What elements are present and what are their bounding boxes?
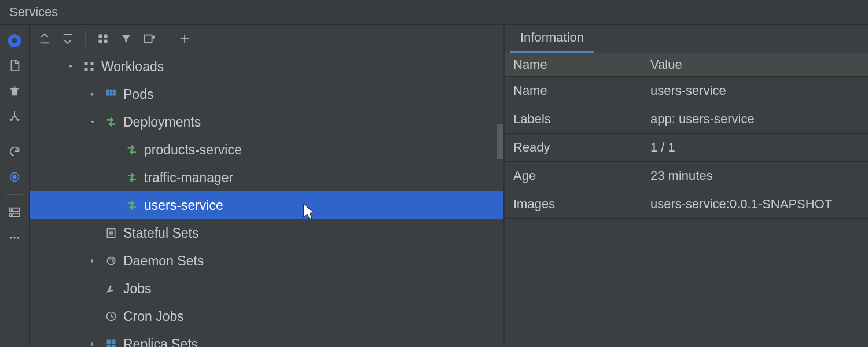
tree-node-jobs[interactable]: Jobs xyxy=(30,275,503,302)
svg-point-1 xyxy=(12,38,17,43)
svg-rect-29 xyxy=(106,93,109,96)
tree-label: Workloads xyxy=(99,59,164,75)
daemon-sets-icon xyxy=(101,255,121,267)
svg-point-10 xyxy=(17,237,20,239)
tree-node-workloads[interactable]: Workloads xyxy=(30,53,503,80)
workloads-icon xyxy=(79,61,99,72)
tree-node-deployments[interactable]: Deployments xyxy=(30,108,503,136)
refresh-icon[interactable] xyxy=(4,141,25,162)
svg-rect-38 xyxy=(107,340,111,344)
collapse-all-button[interactable] xyxy=(57,28,78,49)
add-service-button[interactable] xyxy=(174,28,195,49)
table-row[interactable]: Images users-service:0.0.1-SNAPSHOT xyxy=(505,190,868,219)
cell-name: Age xyxy=(505,162,642,190)
expand-all-button[interactable] xyxy=(34,28,55,49)
table-row[interactable]: Labels app: users-service xyxy=(505,105,868,134)
tree-label: Pods xyxy=(121,87,153,102)
panel-title-bar: Services xyxy=(0,0,868,25)
svg-point-6 xyxy=(12,209,13,211)
cell-name: Labels xyxy=(505,105,642,133)
more-icon[interactable] xyxy=(4,227,25,248)
cell-name: Images xyxy=(505,190,642,218)
tree-node-daemon-sets[interactable]: Daemon Sets xyxy=(30,247,503,275)
svg-rect-26 xyxy=(106,90,109,93)
info-pane: Information Name Value Name users-servic… xyxy=(505,25,868,347)
svg-point-8 xyxy=(10,237,12,239)
open-new-tab-button[interactable] xyxy=(139,28,160,49)
tab-information[interactable]: Information xyxy=(510,25,594,53)
svg-rect-31 xyxy=(113,93,116,96)
table-header-row: Name Value xyxy=(505,53,868,77)
cell-value: 1 / 1 xyxy=(642,134,868,161)
column-header-value[interactable]: Value xyxy=(642,53,868,76)
svg-rect-13 xyxy=(99,35,102,38)
tree: Workloads Pods xyxy=(30,53,503,347)
tree-label: products-service xyxy=(142,142,242,158)
svg-rect-22 xyxy=(85,62,88,65)
tree-label: Daemon Sets xyxy=(121,253,204,269)
tree-node-replica-sets[interactable]: Replica Sets xyxy=(30,330,503,347)
tree-label: Cron Jobs xyxy=(121,309,184,324)
svg-rect-23 xyxy=(91,62,94,65)
deployment-icon xyxy=(122,199,142,212)
cell-value: 23 minutes xyxy=(642,162,868,190)
info-table: Name Value Name users-service Labels app… xyxy=(505,53,868,219)
tree-node-products-service[interactable]: products-service xyxy=(30,136,503,164)
cell-name: Name xyxy=(505,77,642,105)
table-row[interactable]: Name users-service xyxy=(505,77,868,105)
cron-jobs-icon xyxy=(101,311,121,322)
svg-point-36 xyxy=(107,257,115,264)
svg-rect-41 xyxy=(112,345,116,347)
tree-toolbar xyxy=(30,25,503,53)
pods-icon xyxy=(101,88,121,100)
cell-value: users-service xyxy=(642,77,868,105)
filter-button[interactable] xyxy=(116,28,137,49)
deployment-icon xyxy=(101,116,121,128)
cell-value: app: users-service xyxy=(642,105,868,133)
panel-title: Services xyxy=(9,5,58,20)
svg-rect-40 xyxy=(107,345,111,347)
server-icon[interactable] xyxy=(4,202,25,223)
svg-rect-25 xyxy=(91,68,94,71)
tree-node-users-service[interactable]: users-service xyxy=(30,191,503,219)
group-by-button[interactable] xyxy=(93,28,113,49)
deployment-icon xyxy=(122,143,142,156)
table-row[interactable]: Ready 1 / 1 xyxy=(505,134,868,162)
deployment-icon xyxy=(122,171,142,184)
svg-point-3 xyxy=(13,175,16,179)
svg-rect-17 xyxy=(145,35,152,43)
svg-rect-14 xyxy=(104,35,108,38)
svg-rect-28 xyxy=(113,90,116,93)
svg-rect-16 xyxy=(104,40,108,43)
tree-label: users-service xyxy=(142,198,223,213)
svg-rect-27 xyxy=(110,90,113,93)
tree-label: Jobs xyxy=(121,281,152,297)
tree-label: Deployments xyxy=(121,115,201,130)
telepresence-icon[interactable] xyxy=(4,106,25,127)
tree-node-pods[interactable]: Pods xyxy=(30,80,503,108)
svg-point-9 xyxy=(13,237,16,239)
target-icon[interactable] xyxy=(4,167,25,187)
chevron-right-icon[interactable] xyxy=(84,257,101,265)
chevron-right-icon[interactable] xyxy=(84,90,101,98)
cell-name: Ready xyxy=(505,134,642,161)
document-icon[interactable] xyxy=(4,55,25,76)
tree-node-traffic-manager[interactable]: traffic-manager xyxy=(30,164,503,191)
column-header-name[interactable]: Name xyxy=(505,53,642,76)
kubernetes-icon[interactable] xyxy=(4,29,25,50)
svg-point-7 xyxy=(12,215,13,216)
tree-node-cron-jobs[interactable]: Cron Jobs xyxy=(30,302,503,330)
chevron-down-icon[interactable] xyxy=(62,62,79,71)
tree-node-stateful-sets[interactable]: Stateful Sets xyxy=(30,219,503,247)
left-rail xyxy=(0,25,30,347)
chevron-right-icon[interactable] xyxy=(84,340,101,347)
chevron-down-icon[interactable] xyxy=(84,118,101,126)
trash-icon[interactable] xyxy=(4,80,25,101)
svg-rect-30 xyxy=(110,93,113,96)
table-row[interactable]: Age 23 minutes xyxy=(505,162,868,190)
jobs-icon xyxy=(101,283,121,294)
scrollbar-thumb[interactable] xyxy=(497,124,503,159)
tree-label: Replica Sets xyxy=(121,337,198,348)
replica-sets-icon xyxy=(101,338,121,347)
tab-label: Information xyxy=(520,30,584,45)
